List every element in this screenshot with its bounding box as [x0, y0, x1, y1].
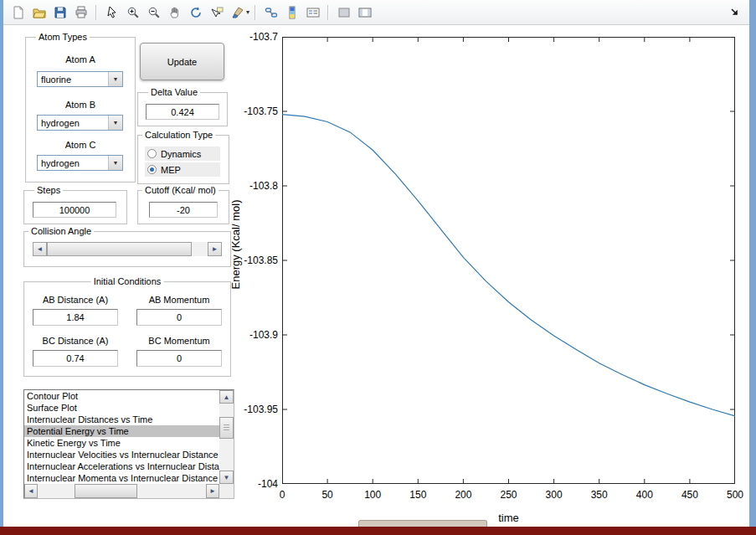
list-item[interactable]: Contour Plot [24, 390, 219, 402]
x-axis-label: time [282, 512, 735, 524]
rotate-3d-button[interactable] [186, 3, 205, 22]
bc-momentum-field[interactable]: 0 [136, 350, 222, 367]
scroll-left-arrow[interactable]: ◄ [24, 484, 38, 498]
zoom-in-button[interactable] [123, 3, 142, 22]
y-tick-label: -103.9 [236, 329, 278, 341]
list-item[interactable]: Internuclear Accelerations vs Internucle… [24, 460, 219, 472]
y-tick-label: -103.95 [236, 404, 278, 415]
open-file-button[interactable] [29, 3, 49, 22]
plot-type-listbox[interactable]: Contour PlotSurface PlotInternuclear Dis… [23, 389, 234, 499]
chevron-down-icon[interactable]: ▼ [108, 72, 122, 86]
radio-mep[interactable]: MEP [145, 162, 220, 177]
horizontal-scroll-thumb[interactable] [75, 484, 137, 498]
chevron-down-icon[interactable]: ▼ [108, 116, 122, 130]
list-item[interactable]: Internuclear Velocities vs Internuclear … [24, 449, 219, 460]
scroll-up-arrow[interactable]: ▲ [219, 390, 234, 404]
radio-icon [147, 149, 157, 158]
list-item[interactable]: Potential Energy vs Time [24, 425, 219, 437]
toolbar-separator [255, 5, 256, 20]
y-tick-label: -103.7 [236, 31, 278, 43]
edit-plot-button[interactable] [102, 3, 121, 22]
atom-a-value: fluorine [38, 72, 108, 86]
ab-distance-field[interactable]: 1.84 [33, 309, 118, 326]
scroll-down-arrow[interactable]: ▼ [219, 471, 234, 484]
legend-icon [306, 6, 320, 19]
toolbar-separator [95, 5, 97, 20]
vertical-scroll-thumb[interactable] [219, 417, 234, 439]
delta-value-panel: Delta Value 0.424 [137, 92, 228, 126]
slider-thumb[interactable] [47, 242, 192, 256]
chevron-down-icon[interactable]: ▾ [246, 8, 249, 16]
list-item[interactable]: Internuclear Momenta vs Internuclear Dis… [24, 472, 219, 484]
show-plot-tools-icon [358, 6, 372, 19]
atom-c-select[interactable]: hydrogen ▼ [37, 155, 123, 171]
slider-right-arrow[interactable]: ► [208, 242, 222, 256]
atom-b-select[interactable]: hydrogen ▼ [37, 115, 123, 131]
printer-icon [75, 6, 88, 19]
brush-button[interactable] [228, 3, 247, 22]
delta-value-field[interactable]: 0.424 [146, 104, 219, 120]
panel-title: Cutoff (Kcal/ mol) [142, 185, 219, 195]
panel-title: Steps [34, 185, 63, 195]
slider-left-arrow[interactable]: ◄ [33, 242, 47, 256]
atom-a-select[interactable]: fluorine ▼ [37, 71, 123, 87]
rotate-3d-icon [189, 6, 203, 19]
cutoff-field[interactable]: -20 [149, 202, 218, 218]
atom-b-label: Atom B [26, 100, 135, 110]
pointer-icon [105, 6, 119, 19]
data-cursor-button[interactable] [207, 3, 226, 22]
calculation-type-panel: Calculation Type Dynamics MEP [137, 135, 229, 184]
overflow-arrow-icon [728, 6, 742, 19]
listbox-horizontal-scrollbar[interactable]: ◄ ► [24, 484, 219, 498]
background-window-bar [0, 527, 756, 535]
insert-legend-button[interactable] [303, 3, 322, 22]
show-plot-tools-button[interactable] [355, 3, 374, 22]
save-figure-button[interactable] [50, 3, 69, 22]
link-plot-icon [265, 6, 278, 19]
collision-angle-panel: Collision Angle ◄ ► [23, 231, 231, 267]
bc-distance-label: BC Distance (A) [33, 336, 118, 346]
x-tick-label: 250 [492, 489, 526, 501]
bc-momentum-label: BC Momentum [136, 336, 222, 346]
x-tick-label: 400 [628, 489, 661, 501]
x-tick-label: 50 [311, 489, 344, 501]
list-item[interactable]: Kinetic Energy vs Time [24, 437, 219, 449]
slider-track[interactable] [192, 242, 208, 256]
list-item[interactable]: Internuclear Distances vs Time [24, 414, 219, 425]
atom-types-panel: Atom Types Atom A fluorine ▼ Atom B hydr… [25, 37, 136, 183]
zoom-out-button[interactable] [144, 3, 163, 22]
x-tick-label: 500 [718, 489, 752, 501]
ab-momentum-label: AB Momentum [136, 295, 222, 305]
atom-c-label: Atom C [26, 140, 135, 150]
y-axis-label: Energy (Kcal/ mol) [229, 200, 242, 290]
steps-field[interactable]: 100000 [33, 202, 116, 218]
ab-distance-label: AB Distance (A) [33, 295, 118, 305]
y-tick-label: -103.85 [236, 255, 278, 266]
hide-plot-tools-button[interactable] [334, 3, 353, 22]
collision-angle-slider[interactable]: ◄ ► [33, 242, 222, 256]
scroll-right-arrow[interactable]: ► [206, 484, 219, 498]
print-button[interactable] [71, 3, 90, 22]
window-border-right [749, 0, 756, 527]
radio-dynamics[interactable]: Dynamics [145, 147, 220, 161]
y-tick-label: -103.8 [236, 180, 278, 192]
x-tick-label: 0 [265, 489, 299, 501]
toolbar-overflow-button[interactable] [725, 3, 744, 22]
chevron-down-icon[interactable]: ▼ [108, 156, 122, 170]
link-plot-button[interactable] [261, 3, 280, 22]
colorbar-icon [285, 6, 299, 19]
listbox-vertical-scrollbar[interactable]: ▲ ▼ [219, 390, 234, 484]
x-tick-label: 150 [401, 489, 435, 501]
update-button[interactable]: Update [140, 43, 224, 80]
new-document-icon [12, 6, 25, 19]
new-figure-button[interactable] [8, 3, 28, 22]
pan-button[interactable] [165, 3, 184, 22]
insert-colorbar-button[interactable] [282, 3, 301, 22]
ab-momentum-field[interactable]: 0 [136, 309, 222, 326]
x-tick-label: 450 [673, 489, 707, 501]
bc-distance-field[interactable]: 0.74 [33, 350, 118, 367]
figure-toolbar: ▾ [3, 0, 749, 25]
panel-title: Delta Value [148, 87, 200, 97]
list-item[interactable]: Surface Plot [24, 402, 219, 414]
scrollbar-corner [219, 484, 234, 498]
